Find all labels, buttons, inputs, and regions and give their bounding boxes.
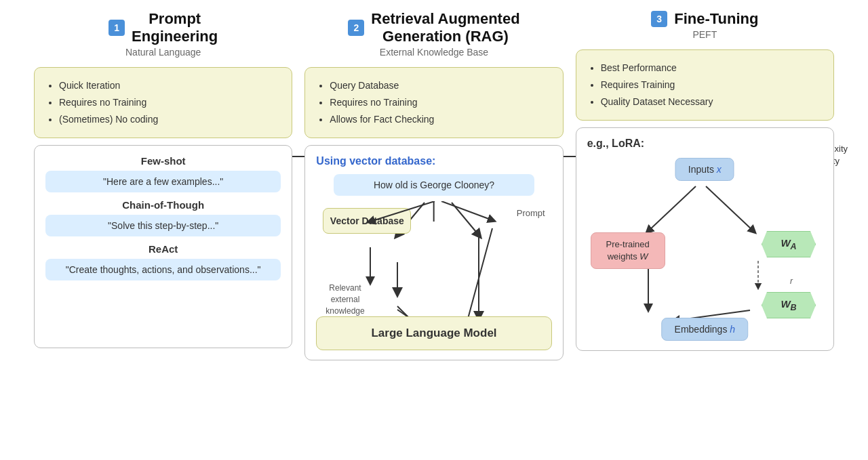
col3-detail-box: e.g., LoRA: (576, 127, 834, 351)
col-rag: 2 Retrieval AugmentedGeneration (RAG) Ex… (304, 10, 563, 361)
col-prompt-engineering: 1 PromptEngineering Natural Language Qui… (34, 10, 292, 361)
vector-db-box: Vector Database (323, 208, 411, 234)
col1-sec3-title: ReAct (45, 243, 281, 255)
lora-inputs-node: Inputs x (675, 158, 734, 181)
llm-label: Large Language Model (316, 316, 551, 350)
vector-db-label: Vector Database (323, 208, 411, 234)
lora-r-label: r (790, 276, 793, 286)
col1-sec3-item: "Create thoughts, actions, and observati… (45, 259, 281, 280)
rag-inner: Using vector database: How old is George… (316, 155, 551, 350)
col3-feature-1: Best Performance (601, 60, 821, 77)
col3-title: Fine-Tuning (674, 10, 758, 28)
rag-vector-highlight: vector database (349, 155, 432, 167)
svg-line-16 (706, 186, 753, 231)
lora-embeddings-node: Embeddings h (662, 318, 749, 341)
lora-pretrained-node: Pre-trainedweights W (591, 232, 665, 269)
col3-feature-box: Best Performance Requires Training Quali… (576, 49, 834, 121)
col3-feature-2: Requires Training (601, 77, 821, 93)
col1-sec2-item: "Solve this step-by-step..." (45, 215, 281, 236)
svg-line-15 (648, 186, 696, 231)
rag-using-text: Using (316, 155, 349, 167)
rag-prompt-label: Prompt (517, 208, 545, 218)
rag-using-colon: : (432, 155, 435, 167)
col3-subtitle: PEFT (651, 29, 758, 40)
col2-feature-box: Query Database Requires no Training Allo… (304, 67, 563, 139)
llm-box: Large Language Model (316, 316, 551, 350)
col1-detail-box: Few-shot "Here are a few examples..." Ch… (34, 145, 292, 348)
lora-inner: e.g., LoRA: (587, 138, 823, 341)
col1-feature-3: (Sometimes) No coding (59, 111, 279, 128)
col1-feature-2: Requires no Training (59, 94, 279, 111)
col1-feature-box: Quick Iteration Requires no Training (So… (34, 67, 292, 139)
col2-subtitle: External Knowledge Base (348, 47, 519, 58)
svg-line-3 (452, 203, 479, 235)
rag-query-box: How old is George Clooney? (334, 174, 534, 196)
diagram: Complexity Quality 1 PromptEngineering N… (14, 10, 854, 451)
lora-inputs-label: Inputs x (675, 158, 734, 181)
columns: 1 PromptEngineering Natural Language Qui… (14, 10, 854, 361)
col1-feature-1: Quick Iteration (59, 77, 279, 94)
lora-embeddings-label: Embeddings h (662, 318, 749, 341)
lora-wa-label: WA (762, 231, 816, 257)
col2-feature-2: Requires no Training (330, 94, 550, 111)
lora-wb-label: WB (762, 292, 816, 318)
col2-number: 2 (348, 20, 364, 36)
col3-feature-3: Quality Dataset Necessary (601, 93, 821, 110)
col2-feature-1: Query Database (330, 77, 550, 94)
col1-sec1-item: "Here are a few examples..." (45, 171, 281, 192)
col1-subtitle: Natural Language (108, 47, 218, 58)
col1-sec2-title: Chain-of-Though (45, 199, 281, 211)
lora-title: e.g., LoRA: (587, 138, 823, 150)
col2-header: 2 Retrieval AugmentedGeneration (RAG) Ex… (348, 10, 519, 58)
relevant-knowledge-label: Relevantexternalknowledge (326, 283, 364, 316)
lora-wa-node: WA (762, 231, 816, 257)
col1-sec1-title: Few-shot (45, 155, 281, 167)
col3-header: 3 Fine-Tuning PEFT (651, 10, 758, 40)
col1-number: 1 (108, 20, 125, 36)
col-fine-tuning: 3 Fine-Tuning PEFT Best Performance Requ… (576, 10, 834, 361)
col2-feature-3: Allows for Fact Checking (330, 111, 550, 128)
col3-number: 3 (651, 11, 667, 27)
col2-title: Retrieval AugmentedGeneration (RAG) (371, 10, 519, 45)
rag-using-label: Using vector database: (316, 155, 551, 167)
lora-pretrained-label: Pre-trainedweights W (591, 232, 665, 269)
lora-wb-node: WB (762, 292, 816, 318)
col2-detail-box: Using vector database: How old is George… (304, 145, 563, 360)
col1-title: PromptEngineering (132, 10, 218, 45)
col1-header: 1 PromptEngineering Natural Language (108, 10, 218, 58)
